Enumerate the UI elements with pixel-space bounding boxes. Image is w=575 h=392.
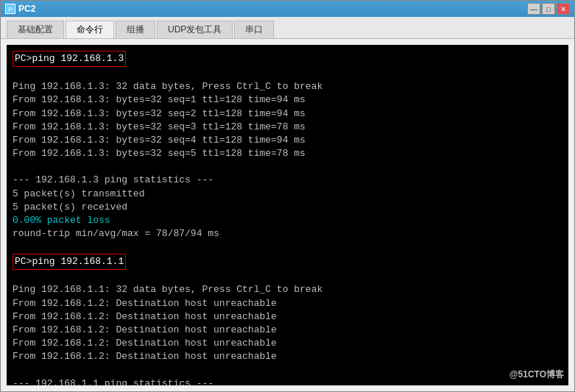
terminal-line-12: 0.00% packet loss: [13, 214, 562, 227]
maximize-button[interactable]: □: [542, 3, 555, 15]
tab-bar: 基础配置 命令行 组播 UDP发包工具 串口: [1, 17, 574, 39]
tab-udp[interactable]: UDP发包工具: [157, 21, 233, 38]
terminal[interactable]: PC>ping 192.168.1.3 Ping 192.168.1.3: 32…: [7, 45, 568, 385]
window-icon: P: [5, 4, 15, 14]
terminal-line-10: 5 packet(s) transmitted: [13, 188, 562, 201]
title-controls: — □ ✕: [527, 3, 570, 15]
terminal-line-18: From 192.168.1.2: Destination host unrea…: [13, 297, 562, 310]
terminal-line-2: Ping 192.168.1.3: 32 data bytes, Press C…: [13, 80, 562, 93]
terminal-line-24: --- 192.168.1.1 ping statistics ---: [13, 377, 562, 385]
terminal-line-5: From 192.168.1.3: bytes=32 seq=3 ttl=128…: [13, 121, 562, 134]
terminal-line-23: [13, 364, 562, 377]
tab-jichupeizhi[interactable]: 基础配置: [7, 21, 64, 38]
terminal-line-20: From 192.168.1.2: Destination host unrea…: [13, 324, 562, 337]
tab-minglinghang[interactable]: 命令行: [66, 21, 114, 38]
terminal-line-1: [13, 67, 562, 80]
terminal-line-6: From 192.168.1.3: bytes=32 seq=4 ttl=128…: [13, 134, 562, 147]
terminal-line-17: Ping 192.168.1.1: 32 data bytes, Press C…: [13, 283, 562, 296]
terminal-line-0: PC>ping 192.168.1.3: [13, 51, 562, 67]
terminal-line-11: 5 packet(s) received: [13, 201, 562, 214]
tab-chuankou[interactable]: 串口: [234, 21, 274, 38]
terminal-line-15: PC>ping 192.168.1.1: [13, 254, 562, 270]
close-button[interactable]: ✕: [557, 3, 570, 15]
terminal-line-19: From 192.168.1.2: Destination host unrea…: [13, 310, 562, 324]
terminal-line-22: From 192.168.1.2: Destination host unrea…: [13, 350, 562, 363]
title-bar: P PC2 — □ ✕: [1, 1, 574, 17]
terminal-line-8: [13, 160, 562, 174]
minimize-button[interactable]: —: [527, 3, 540, 15]
terminal-line-13: round-trip min/avg/max = 78/87/94 ms: [13, 227, 562, 240]
terminal-line-3: From 192.168.1.3: bytes=32 seq=1 ttl=128…: [13, 93, 562, 107]
tab-zubo[interactable]: 组播: [116, 21, 155, 38]
terminal-line-16: [13, 270, 562, 283]
terminal-line-14: [13, 240, 562, 254]
terminal-line-21: From 192.168.1.2: Destination host unrea…: [13, 337, 562, 350]
content-area: PC>ping 192.168.1.3 Ping 192.168.1.3: 32…: [1, 39, 574, 391]
title-bar-left: P PC2: [5, 4, 35, 14]
window-title: PC2: [18, 4, 35, 14]
terminal-line-9: --- 192.168.1.3 ping statistics ---: [13, 174, 562, 187]
main-window: P PC2 — □ ✕ 基础配置 命令行 组播 UDP发包工具 串口 PC>pi…: [0, 0, 575, 392]
terminal-line-4: From 192.168.1.3: bytes=32 seq=2 ttl=128…: [13, 107, 562, 121]
terminal-line-7: From 192.168.1.3: bytes=32 seq=5 ttl=128…: [13, 147, 562, 160]
watermark: @51CTO博客: [509, 368, 564, 381]
